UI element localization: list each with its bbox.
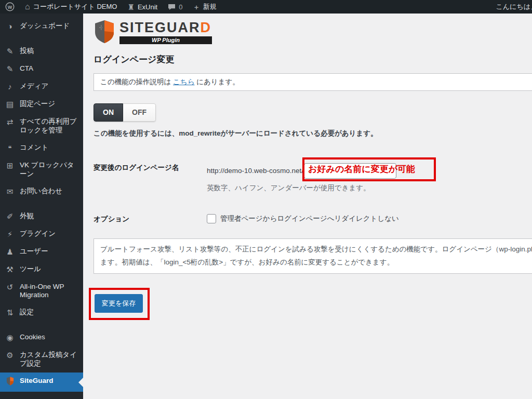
sidebar-item-settings[interactable]: 設定 — [0, 304, 83, 322]
sidebar-item-vk-block-patterns[interactable]: VK ブロックパターン — [0, 157, 83, 183]
dashboard-icon — [5, 22, 15, 31]
sidebar-item-pages[interactable]: 固定ページ — [0, 96, 83, 113]
sidebar-item-label: すべての再利用ブロックを管理 — [20, 117, 79, 135]
sidebar-item-reusable-blocks[interactable]: すべての再利用ブロックを管理 — [0, 113, 83, 139]
login-page-name-value: http://demo-10.web-cosmo.net/ お好みの名前に変更が… — [207, 159, 396, 193]
plus-icon — [193, 4, 200, 10]
sidebar-item-siteguard[interactable]: SiteGuard — [0, 373, 83, 392]
sidebar-item-cta[interactable]: CTA — [0, 60, 83, 78]
helper-text: 英数字、ハイフン、アンダーバーが使用できます。 — [207, 183, 396, 193]
redirect-option-line: 管理者ページからログインページへリダイレクトしない — [207, 211, 399, 223]
sidebar-item-label: メディア — [20, 82, 48, 91]
sidebar-item-label: ユーザー — [20, 247, 48, 256]
redirect-checkbox[interactable] — [207, 214, 216, 223]
wordpress-menu[interactable]: W — [0, 0, 20, 14]
description-line-2: ます。初期値は、「login_<5桁の乱数>」ですが、お好みの名前に変更すること… — [100, 256, 532, 269]
contact-icon — [5, 187, 15, 196]
site-name-link[interactable]: コーポレートサイト DEMO — [20, 0, 122, 14]
save-button-area: 変更を保存 — [95, 294, 143, 313]
sidebar-item-label: CTA — [20, 64, 33, 73]
pushpin-icon — [5, 64, 15, 74]
users-icon — [5, 247, 15, 257]
admin-sidebar: ダッシュボード 投稿 CTA メディア 固定ページ すべての再利用ブロックを管理… — [0, 14, 83, 399]
migration-icon — [5, 283, 15, 292]
main-content: SITEGUARD WP Plugin ログインページ変更 この機能の操作説明は… — [83, 14, 532, 399]
sidebar-item-label: カスタム投稿タイプ設定 — [20, 351, 79, 368]
save-button[interactable]: 変更を保存 — [95, 294, 143, 313]
sidebar-separator — [0, 201, 83, 208]
pushpin-icon — [5, 47, 15, 56]
notice-text-suffix: にあります。 — [194, 78, 239, 86]
exunit-menu[interactable]: ExUnit — [122, 0, 163, 14]
sidebar-item-media[interactable]: メディア — [0, 78, 83, 96]
logo-subtitle: WP Plugin — [119, 36, 212, 44]
sidebar-item-posts[interactable]: 投稿 — [0, 43, 83, 60]
user-greeting[interactable]: こんにちは、 — [496, 0, 532, 14]
sidebar-item-appearance[interactable]: 外観 — [0, 208, 83, 225]
mod-rewrite-note: この機能を使用するには、mod_rewriteがサーバーにロードされている必要が… — [94, 129, 532, 138]
sidebar-separator — [0, 322, 83, 329]
exunit-icon — [127, 3, 134, 11]
comment-bubble-icon — [168, 4, 176, 10]
sidebar-item-label: All-in-One WP Migration — [20, 283, 79, 300]
sidebar-item-label: ダッシュボード — [20, 22, 70, 31]
sidebar-item-label: 投稿 — [20, 47, 34, 56]
sidebar-item-users[interactable]: ユーザー — [0, 243, 83, 261]
plugins-icon — [5, 230, 15, 239]
gear-icon — [5, 351, 15, 360]
options-label: オプション — [94, 211, 207, 224]
sidebar-item-cookies[interactable]: Cookies — [0, 329, 83, 347]
new-label: 新規 — [203, 2, 216, 11]
sidebar-item-label: お問い合わせ — [20, 187, 62, 196]
url-line: http://demo-10.web-cosmo.net/ お好みの名前に変更が… — [207, 159, 396, 179]
sidebar-item-label: 外観 — [20, 212, 34, 221]
toggle-off-button[interactable]: OFF — [123, 103, 156, 122]
admin-bar: W コーポレートサイト DEMO ExUnit 0 新規 こんにちは、 — [0, 0, 532, 14]
sidebar-item-comments[interactable]: コメント — [0, 139, 83, 157]
sidebar-item-label: SiteGuard — [20, 377, 54, 385]
help-notice: この機能の操作説明は こちら にあります。 — [94, 73, 532, 91]
comment-count: 0 — [179, 3, 182, 11]
comments-icon — [5, 143, 15, 153]
sidebar-item-label: プラグイン — [20, 230, 56, 238]
notice-text-prefix: この機能の操作説明は — [100, 78, 173, 86]
redirect-checkbox-label: 管理者ページからログインページへリダイレクトしない — [220, 214, 399, 223]
appearance-icon — [5, 212, 15, 221]
new-content-menu[interactable]: 新規 — [188, 0, 221, 14]
sidebar-item-label: ツール — [20, 265, 41, 274]
siteguard-shield-icon — [5, 377, 15, 388]
login-name-input[interactable] — [304, 163, 396, 179]
logo-title: SITEGUARD — [119, 21, 212, 35]
login-name-input-wrap: お好みの名前に変更が可能 — [304, 163, 396, 179]
feature-toggle: ON OFF — [94, 103, 156, 122]
reusable-blocks-icon — [5, 117, 15, 127]
sidebar-item-plugins[interactable]: プラグイン — [0, 225, 83, 243]
siteguard-logo: SITEGUARD WP Plugin — [94, 20, 532, 44]
sidebar-item-contact[interactable]: お問い合わせ — [0, 183, 83, 201]
feature-description: ブルートフォース攻撃、リスト攻撃等の、不正にログインを試みる攻撃を受けにくくする… — [94, 238, 532, 274]
comments-link[interactable]: 0 — [163, 0, 188, 14]
media-icon — [5, 82, 15, 91]
siteguard-shield-icon — [94, 20, 115, 44]
settings-icon — [5, 308, 15, 317]
toggle-on-button[interactable]: ON — [94, 103, 123, 122]
exunit-label: ExUnit — [138, 3, 157, 11]
logo-title-accent: D — [201, 20, 212, 35]
page-title: ログインページ変更 — [94, 54, 532, 65]
login-page-name-label: 変更後のログインページ名 — [94, 159, 207, 172]
help-link[interactable]: こちら — [173, 78, 194, 86]
block-patterns-icon — [5, 161, 15, 170]
sidebar-item-label: コメント — [20, 143, 48, 152]
sidebar-separator — [0, 35, 83, 43]
sidebar-item-label: 固定ページ — [20, 100, 55, 109]
sidebar-item-migration[interactable]: All-in-One WP Migration — [0, 278, 83, 304]
sidebar-item-dashboard[interactable]: ダッシュボード — [0, 18, 83, 35]
options-value: 管理者ページからログインページへリダイレクトしない — [207, 211, 399, 223]
url-prefix: http://demo-10.web-cosmo.net/ — [207, 167, 303, 175]
sidebar-item-custom-post-types[interactable]: カスタム投稿タイプ設定 — [0, 347, 83, 373]
logo-text: SITEGUARD WP Plugin — [119, 20, 212, 44]
tools-icon — [5, 265, 15, 274]
current-menu-arrow — [78, 378, 83, 387]
cookies-icon — [5, 333, 15, 342]
sidebar-item-tools[interactable]: ツール — [0, 261, 83, 278]
